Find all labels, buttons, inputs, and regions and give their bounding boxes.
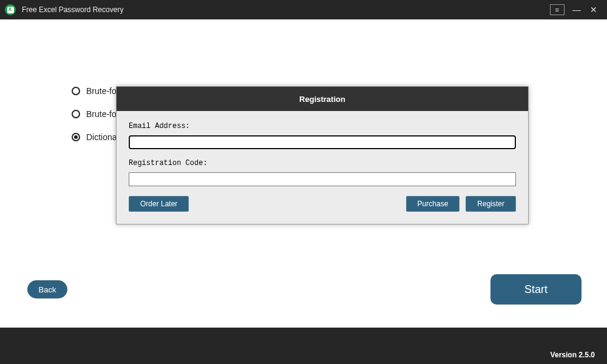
email-label: Email Address: [129, 122, 516, 130]
radio-icon [72, 133, 80, 141]
footer-bar: Version 2.5.0 [0, 328, 607, 364]
registration-code-field[interactable] [129, 172, 516, 186]
menu-icon[interactable]: ≡ [550, 4, 565, 15]
app-title: Free Excel Password Recovery [22, 5, 123, 14]
app-icon [5, 4, 16, 15]
register-button[interactable]: Register [466, 196, 516, 212]
radio-brute-force-2[interactable]: Brute-fo [72, 109, 117, 119]
attack-type-radios: Brute-fo Brute-fo Dictiona [72, 86, 117, 155]
radio-brute-force-1[interactable]: Brute-fo [72, 86, 117, 96]
version-label: Version 2.5.0 [551, 351, 595, 359]
order-later-button[interactable]: Order Later [129, 196, 189, 212]
start-button[interactable]: Start [490, 274, 582, 305]
purchase-button[interactable]: Purchase [406, 196, 460, 212]
dialog-title: Registration [117, 87, 528, 111]
radio-label: Dictiona [86, 132, 117, 142]
minimize-button[interactable]: — [568, 2, 585, 17]
radio-icon [72, 110, 80, 118]
email-field[interactable] [129, 135, 516, 149]
registration-dialog: Registration Email Address: Registration… [116, 86, 529, 224]
main-content: Brute-fo Brute-fo Dictiona Back Start Re… [0, 19, 607, 328]
radio-label: Brute-fo [86, 86, 117, 96]
radio-icon [72, 87, 80, 95]
radio-dictionary[interactable]: Dictiona [72, 132, 117, 142]
registration-code-label: Registration Code: [129, 159, 516, 167]
back-button[interactable]: Back [27, 280, 67, 298]
radio-label: Brute-fo [86, 109, 117, 119]
close-button[interactable]: ✕ [585, 2, 602, 17]
title-bar: Free Excel Password Recovery ≡ — ✕ [0, 0, 607, 19]
